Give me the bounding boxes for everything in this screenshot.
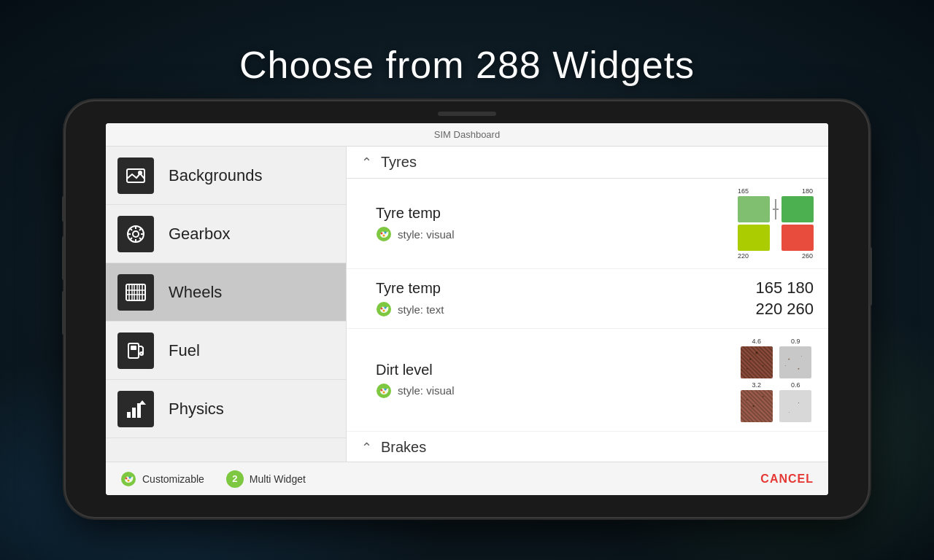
tyre-temp-text-preview: 165 180220 260 [755, 278, 814, 319]
content-area: ⌃ Tyres Tyre temp [347, 147, 828, 462]
palette-icon-1 [376, 226, 392, 242]
physics-icon [117, 391, 154, 427]
svg-line-9 [139, 238, 142, 240]
sidebar-item-backgrounds[interactable]: Backgrounds [106, 147, 346, 205]
svg-point-34 [381, 389, 383, 391]
palette-icon-3 [376, 383, 392, 399]
cancel-button[interactable]: CANCEL [760, 472, 814, 486]
sidebar-label-gearbox: Gearbox [169, 225, 230, 244]
widget-name-tyre-temp-text: Tyre temp [376, 280, 748, 297]
sidebar-item-physics[interactable]: Physics [106, 380, 346, 438]
app-title: SIM Dashboard [434, 129, 500, 140]
volume-down-button [62, 291, 65, 335]
svg-point-27 [385, 232, 387, 234]
widget-style-row-3: style: visual [376, 383, 731, 399]
sidebar-item-fuel[interactable]: Fuel [106, 322, 346, 380]
widget-style-text-tyre-text: style: text [398, 303, 444, 316]
widget-name-tyre-temp-visual: Tyre temp [376, 205, 730, 222]
svg-point-39 [129, 476, 131, 478]
widget-style-text-dirt: style: visual [398, 384, 455, 397]
svg-rect-21 [127, 412, 131, 418]
phone-screen: SIM Dashboard Backgrounds [106, 123, 828, 495]
app-footer: Customizable 2 Multi Widget CANCEL [106, 462, 828, 495]
multi-widget-indicator: 2 Multi Widget [226, 470, 306, 488]
widget-style-text-tyre-visual: style: visual [398, 228, 455, 241]
svg-rect-14 [134, 284, 137, 300]
svg-point-36 [383, 391, 385, 393]
svg-rect-19 [131, 346, 136, 350]
svg-rect-22 [132, 408, 136, 418]
widget-style-row-2: style: text [376, 301, 748, 317]
multi-widget-badge: 2 [226, 470, 244, 488]
widget-row-tyre-temp-text[interactable]: Tyre temp style: text [347, 269, 828, 329]
tyre-temp-color-preview: 165180 [738, 187, 814, 260]
brakes-section-header[interactable]: ⌃ Brakes [347, 432, 828, 462]
brakes-section-title: Brakes [381, 439, 426, 456]
svg-point-1 [138, 171, 142, 175]
svg-point-31 [385, 307, 387, 309]
widget-style-row: style: visual [376, 226, 730, 242]
customizable-icon [120, 471, 136, 487]
tyres-section-title: Tyres [381, 154, 417, 171]
customizable-label: Customizable [142, 473, 204, 485]
backgrounds-icon [117, 158, 154, 194]
svg-marker-24 [139, 400, 146, 405]
phone-speaker [438, 112, 496, 116]
svg-rect-23 [137, 403, 141, 418]
svg-point-40 [128, 479, 130, 481]
sidebar: Backgrounds [106, 147, 347, 462]
svg-point-38 [126, 477, 128, 479]
volume-mute-button [62, 196, 65, 222]
gearbox-icon [117, 216, 154, 252]
widget-row-tyre-temp-visual[interactable]: Tyre temp style: visual [347, 179, 828, 269]
widget-row-dirt-level[interactable]: Dirt level style: visual [347, 329, 828, 432]
widget-name-dirt-level: Dirt level [376, 362, 731, 378]
tyres-section-header[interactable]: ⌃ Tyres [347, 147, 828, 179]
sidebar-item-gearbox[interactable]: Gearbox [106, 205, 346, 263]
svg-point-28 [383, 235, 385, 237]
svg-point-30 [381, 308, 383, 310]
sidebar-label-physics: Physics [169, 400, 224, 419]
svg-point-35 [385, 388, 387, 390]
app-titlebar: SIM Dashboard [106, 123, 828, 147]
svg-point-3 [133, 231, 139, 237]
svg-rect-13 [129, 284, 132, 300]
palette-icon-2 [376, 301, 392, 317]
sidebar-label-fuel: Fuel [169, 341, 200, 360]
svg-rect-15 [139, 284, 142, 300]
fuel-icon [117, 332, 154, 369]
volume-up-button [62, 236, 65, 280]
phone-frame: SIM Dashboard Backgrounds [66, 101, 868, 517]
customizable-indicator: Customizable [120, 471, 204, 487]
dirt-level-preview: 4.6 0.9 [738, 338, 814, 422]
brakes-chevron-icon: ⌃ [361, 440, 372, 456]
power-button [869, 247, 872, 306]
widget-info-tyre-temp-visual: Tyre temp style: visual [376, 205, 730, 242]
svg-point-32 [383, 310, 385, 312]
svg-line-8 [130, 228, 132, 230]
widget-info-tyre-temp-text: Tyre temp style: text [376, 280, 748, 317]
svg-point-26 [381, 233, 383, 235]
svg-line-10 [139, 228, 142, 230]
sidebar-item-wheels[interactable]: Wheels [106, 263, 346, 322]
widget-info-dirt-level: Dirt level style: visual [376, 362, 731, 399]
wheels-icon [117, 274, 154, 311]
tyres-chevron-icon: ⌃ [361, 155, 372, 171]
multi-widget-label: Multi Widget [250, 473, 306, 485]
headline: Choose from 288 Widgets [239, 43, 695, 87]
sidebar-label-backgrounds: Backgrounds [169, 166, 262, 185]
svg-line-11 [130, 238, 132, 240]
app-body: Backgrounds [106, 147, 828, 462]
sidebar-label-wheels: Wheels [169, 283, 222, 302]
